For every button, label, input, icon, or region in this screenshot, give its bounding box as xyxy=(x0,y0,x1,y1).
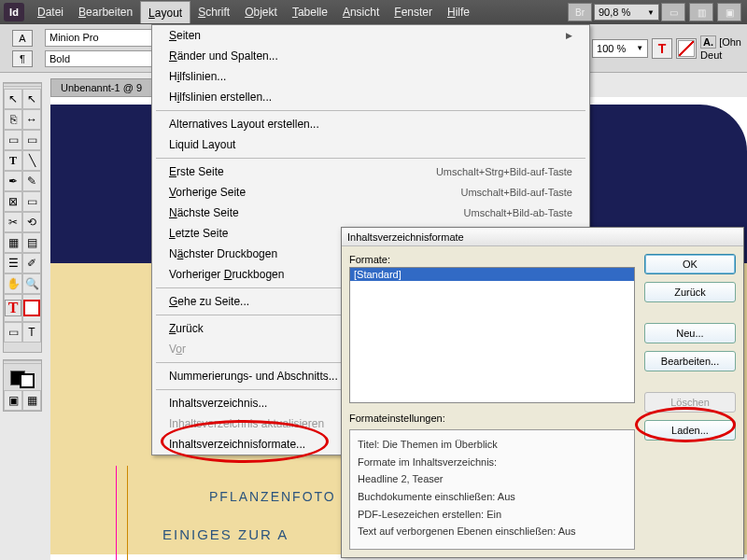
stroke-swatch[interactable] xyxy=(20,373,35,388)
toolbox-bottom: ▣▦ xyxy=(3,359,42,412)
menu-item-alt-layout[interactable]: Alternatives Layout erstellen... xyxy=(152,114,589,134)
hand-tool[interactable]: ✋ xyxy=(4,273,22,294)
cancel-button[interactable]: Zurück xyxy=(644,282,736,302)
settings-line: Titel: Die Themen im Überblick xyxy=(358,436,627,454)
swap-fill-stroke[interactable] xyxy=(22,294,41,322)
page-tool[interactable]: ⎘ xyxy=(4,109,22,130)
ok-button[interactable]: OK xyxy=(644,254,736,274)
menu-item-erste-seite[interactable]: Erste SeiteUmschalt+Strg+Bild-auf-Taste xyxy=(152,161,589,182)
fill-stroke-swatches[interactable] xyxy=(4,366,41,390)
pencil-tool[interactable]: ✎ xyxy=(22,171,41,191)
view-mode-preview[interactable]: ▦ xyxy=(22,390,41,411)
menu-item-seiten[interactable]: Seiten▶ xyxy=(152,25,589,46)
stroke-none-icon[interactable] xyxy=(676,38,697,59)
settings-line: Formate im Inhaltsverzeichnis: xyxy=(358,454,627,471)
chevron-down-icon: ▼ xyxy=(647,8,655,17)
app-icon: Id xyxy=(4,3,24,21)
eyedropper-tool[interactable]: ✐ xyxy=(22,253,41,273)
menu-ansicht[interactable]: Ansicht xyxy=(335,1,387,23)
settings-line: Text auf verborgenen Ebenen einschließen… xyxy=(358,523,627,540)
bridge-button[interactable]: Br xyxy=(568,3,592,21)
type-tool[interactable]: T xyxy=(4,150,22,171)
transform-tool[interactable]: ⟲ xyxy=(22,212,41,232)
format-container-icon[interactable]: ▭ xyxy=(4,322,22,343)
zoom-value: 90,8 % xyxy=(599,7,630,18)
zoom-field[interactable]: 90,8 %▼ xyxy=(594,4,659,21)
settings-line: PDF-Lesezeichen erstellen: Ein xyxy=(358,506,627,524)
gradient-swatch-tool[interactable]: ▦ xyxy=(4,232,22,253)
lang-label: Deut xyxy=(700,49,741,61)
menu-bearbeiten[interactable]: Bearbeiten xyxy=(71,1,140,23)
content-collector-tool[interactable]: ▭ xyxy=(4,130,22,150)
style-ohne-label: A. [Ohn xyxy=(700,36,741,48)
guide-line xyxy=(127,466,128,560)
settings-line: Buchdokumente einschließen: Aus xyxy=(358,488,627,506)
scissors-tool[interactable]: ✂ xyxy=(4,212,22,232)
font-family-field[interactable]: Minion Pro xyxy=(45,29,157,47)
menu-schrift[interactable]: Schrift xyxy=(190,1,237,23)
settings-label: Formateinstellungen: xyxy=(349,413,635,424)
format-text-icon[interactable]: T xyxy=(22,322,41,343)
menu-separator xyxy=(156,158,585,159)
menu-hilfe[interactable]: Hilfe xyxy=(440,1,477,23)
rectangle-frame-tool[interactable]: ⊠ xyxy=(4,191,22,212)
menu-separator xyxy=(156,110,585,111)
delete-button: Löschen xyxy=(644,392,736,413)
line-tool[interactable]: ╲ xyxy=(22,150,41,171)
dialog-titlebar[interactable]: Inhaltsverzeichnisformate xyxy=(342,228,743,246)
view-options-icon[interactable]: ▣ xyxy=(717,3,741,21)
toolbox: ↖↖ ⎘↔ ▭▭ T╲ ✒✎ ⊠▭ ✂⟲ ▦▤ ☰✐ ✋🔍 T ▭T xyxy=(3,82,42,353)
screen-mode-icon[interactable]: ▭ xyxy=(661,3,685,21)
menu-fenster[interactable]: Fenster xyxy=(387,1,440,23)
menu-item-vorherige-seite[interactable]: Vorherige SeiteUmschalt+Bild-auf-Taste xyxy=(152,182,589,203)
page-text: EINIGES ZUR A xyxy=(162,526,289,542)
menu-item-hilfslinien[interactable]: Hilfslinien... xyxy=(152,66,589,87)
char-color-icon[interactable]: T xyxy=(652,38,672,59)
gap-tool[interactable]: ↔ xyxy=(22,109,41,130)
shortcut-label: Umschalt+Bild-auf-Taste xyxy=(460,187,572,198)
menubar: Id Datei Bearbeiten Layout Schrift Objek… xyxy=(0,0,747,24)
page-text: PFLANZENFOTO xyxy=(209,489,336,504)
zoom-tool[interactable]: 🔍 xyxy=(22,273,41,294)
selection-tool[interactable]: ↖ xyxy=(4,89,22,109)
menu-item-hilfslinien-erstellen[interactable]: Hilfslinien erstellen... xyxy=(152,87,589,107)
note-tool[interactable]: ☰ xyxy=(4,253,22,273)
formats-listbox[interactable]: [Standard] xyxy=(349,267,635,403)
direct-selection-tool[interactable]: ↖ xyxy=(22,89,41,109)
menu-item-naechste-seite[interactable]: Nächste SeiteUmschalt+Bild-ab-Taste xyxy=(152,203,589,223)
scale-field[interactable]: 100 %▼ xyxy=(592,39,648,58)
rectangle-tool[interactable]: ▭ xyxy=(22,191,41,212)
shortcut-label: Umschalt+Bild-ab-Taste xyxy=(464,207,572,218)
char-format-icon[interactable]: A xyxy=(12,30,33,47)
format-settings-box: Titel: Die Themen im Überblick Formate i… xyxy=(349,429,635,550)
content-placer-tool[interactable]: ▭ xyxy=(22,130,41,150)
new-button[interactable]: Neu... xyxy=(644,323,736,343)
load-button[interactable]: Laden... xyxy=(644,420,736,441)
menu-tabelle[interactable]: Tabelle xyxy=(285,1,335,23)
edit-button[interactable]: Bearbeiten... xyxy=(644,351,736,371)
list-item[interactable]: [Standard] xyxy=(350,268,634,281)
pen-tool[interactable]: ✒ xyxy=(4,171,22,191)
arrange-icon[interactable]: ▥ xyxy=(689,3,713,21)
toc-formats-dialog: Inhaltsverzeichnisformate Formate: [Stan… xyxy=(341,227,744,558)
formats-label: Formate: xyxy=(349,254,635,265)
fill-stroke-proxy[interactable]: T xyxy=(4,294,22,322)
gradient-feather-tool[interactable]: ▤ xyxy=(22,232,41,253)
shortcut-label: Umschalt+Strg+Bild-auf-Taste xyxy=(436,166,572,177)
menu-layout[interactable]: Layout xyxy=(140,1,190,23)
menu-item-liquid[interactable]: Liquid Layout xyxy=(152,134,589,155)
view-mode-normal[interactable]: ▣ xyxy=(4,390,22,411)
settings-line: Headline 2, Teaser xyxy=(358,470,627,488)
submenu-arrow-icon: ▶ xyxy=(566,31,572,40)
menu-item-raender[interactable]: Ränder und Spalten... xyxy=(152,46,589,66)
guide-line xyxy=(116,466,117,560)
para-format-icon[interactable]: ¶ xyxy=(12,50,33,67)
menu-datei[interactable]: Datei xyxy=(30,1,71,23)
document-tab[interactable]: Unbenannt-1 @ 9 xyxy=(50,78,152,97)
chevron-down-icon: ▼ xyxy=(636,44,643,52)
menu-objekt[interactable]: Objekt xyxy=(237,1,285,23)
font-weight-field[interactable]: Bold xyxy=(45,50,157,68)
